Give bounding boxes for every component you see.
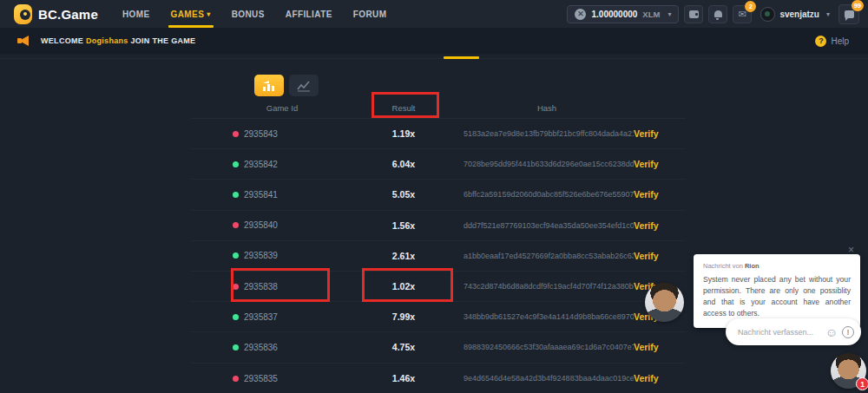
hash-value: 8988392450666c53f30afaaaea69c1d6a7c0407e… bbox=[460, 343, 634, 351]
game-id[interactable]: 2935843 bbox=[244, 129, 278, 139]
verify-link[interactable]: Verify bbox=[634, 373, 686, 383]
chat-bubble-icon bbox=[845, 10, 854, 18]
coin-icon: ✕ bbox=[575, 9, 586, 20]
announcement-text: WELCOME Dogishans JOIN THE GAME bbox=[41, 36, 195, 45]
result-value: 5.05x bbox=[347, 189, 460, 200]
chat-message-text: System never placed any bet without your… bbox=[703, 274, 851, 319]
toggle-results-view[interactable] bbox=[254, 75, 284, 96]
chat-launcher-avatar[interactable]: 1 bbox=[831, 353, 866, 389]
chat-input[interactable]: Nachricht verfassen... ☺ ! bbox=[726, 318, 861, 345]
game-id[interactable]: 2935836 bbox=[244, 343, 278, 352]
help-icon: ? bbox=[815, 36, 826, 47]
logo-text: BC.Game bbox=[38, 7, 98, 22]
nav-bonus[interactable]: BONUS bbox=[232, 0, 265, 28]
result-value: 7.99x bbox=[347, 311, 460, 322]
verify-link[interactable]: Verify bbox=[634, 189, 686, 200]
game-id[interactable]: 2935842 bbox=[244, 160, 278, 169]
status-dot bbox=[233, 222, 239, 228]
user-avatar bbox=[760, 7, 775, 22]
result-value: 1.19x bbox=[347, 128, 460, 139]
game-id[interactable]: 2935840 bbox=[244, 220, 278, 230]
status-dot bbox=[233, 252, 239, 259]
status-dot bbox=[233, 192, 239, 198]
verify-link[interactable]: Verify bbox=[634, 159, 686, 169]
table-row: 2935836 4.75x 8988392450666c53f30afaaaea… bbox=[191, 332, 686, 363]
status-dot bbox=[233, 376, 239, 382]
messages-button[interactable]: ✉ 2 bbox=[733, 5, 752, 23]
table-row: 2935841 5.05x 6bffc2a59159d2060d0abc85f5… bbox=[191, 180, 686, 210]
nav-home[interactable]: HOME bbox=[122, 0, 150, 28]
column-header-game-id: Game Id bbox=[191, 103, 347, 113]
bcgame-logo-icon bbox=[14, 4, 32, 24]
result-value: 2.61x bbox=[347, 251, 460, 261]
hash-value: a1bb0eaaf17ed4527669f2a0bba8cc53abab26c6… bbox=[460, 252, 634, 260]
site-chat-button[interactable]: 99 bbox=[838, 4, 859, 24]
balance-currency: XLM bbox=[642, 10, 660, 19]
hash-value: 743c2d874b6d8a8dcdf9fc19acf4d70f74f12a38… bbox=[460, 282, 634, 291]
verify-link[interactable]: Verify bbox=[634, 220, 686, 231]
help-button[interactable]: ? Help bbox=[815, 36, 849, 47]
username: svenjatzu bbox=[779, 10, 819, 19]
wallet-button[interactable] bbox=[684, 5, 703, 23]
chat-message-popup: Nachricht von Rion System never placed a… bbox=[694, 254, 860, 328]
top-navbar: BC.Game HOME GAMES▾ BONUS AFFILIATE FORU… bbox=[0, 0, 868, 28]
notifications-button[interactable] bbox=[708, 5, 727, 23]
announcement-bar: WELCOME Dogishans JOIN THE GAME ? Help bbox=[0, 28, 868, 54]
game-id[interactable]: 2935835 bbox=[244, 374, 278, 383]
verify-link[interactable]: Verify bbox=[634, 128, 686, 139]
messages-badge: 2 bbox=[745, 1, 756, 12]
nav-affiliate[interactable]: AFFILIATE bbox=[286, 0, 332, 28]
user-menu[interactable]: svenjatzu ▾ bbox=[760, 7, 830, 22]
hash-value: 5183a2ea7e9d8e13fb79bbf21bc9ffc804dada4a… bbox=[460, 129, 634, 138]
nav-games[interactable]: GAMES▾ bbox=[171, 0, 211, 28]
announcement-nickname[interactable]: Dogishans bbox=[86, 36, 128, 45]
chat-input-placeholder: Nachricht verfassen... bbox=[738, 328, 825, 337]
status-dot bbox=[233, 314, 239, 320]
table-row: 2935838 1.02x 743c2d874b6d8a8dcdf9fc19ac… bbox=[191, 272, 686, 302]
verify-link[interactable]: Verify bbox=[634, 251, 686, 261]
status-dot bbox=[233, 344, 239, 350]
chevron-down-icon: ▾ bbox=[826, 10, 830, 18]
hash-value: ddd7f521e87769103ecf94ea35da50ee354efd1c… bbox=[460, 221, 634, 230]
column-header-hash: Hash bbox=[460, 103, 634, 113]
column-header-result: Result bbox=[347, 103, 460, 113]
nav-forum[interactable]: FORUM bbox=[353, 0, 387, 28]
envelope-icon: ✉ bbox=[739, 10, 746, 19]
main-nav: HOME GAMES▾ BONUS AFFILIATE FORUM bbox=[122, 0, 386, 28]
result-value: 1.56x bbox=[347, 220, 460, 231]
game-id[interactable]: 2935839 bbox=[244, 251, 278, 260]
table-header: Game Id Result Hash bbox=[191, 97, 686, 119]
game-id[interactable]: 2935838 bbox=[244, 282, 278, 291]
toggle-trend-view[interactable] bbox=[289, 75, 319, 96]
emoji-icon[interactable]: ☺ bbox=[825, 325, 838, 339]
game-id[interactable]: 2935837 bbox=[244, 312, 278, 322]
table-row: 2935843 1.19x 5183a2ea7e9d8e13fb79bbf21b… bbox=[191, 119, 686, 149]
table-row: 2935839 2.61x a1bb0eaaf17ed4527669f2a0bb… bbox=[191, 241, 686, 272]
chat-operator-avatar bbox=[645, 283, 684, 322]
chevron-down-icon: ▾ bbox=[667, 10, 671, 18]
chat-message-sender: Nachricht von Rion bbox=[703, 262, 851, 270]
chat-unread-badge: 1 bbox=[856, 377, 868, 390]
status-dot bbox=[233, 284, 239, 290]
result-value: 1.02x bbox=[347, 281, 460, 291]
info-icon[interactable]: ! bbox=[842, 326, 854, 338]
table-row: 2935835 1.46x 9e4d6546d4e58a42d3b4f92488… bbox=[191, 364, 686, 393]
balance-selector[interactable]: ✕ 1.00000000 XLM ▾ bbox=[567, 5, 679, 23]
verify-link[interactable]: Verify bbox=[634, 342, 686, 352]
chevron-down-icon: ▾ bbox=[207, 10, 210, 18]
balance-amount: 1.00000000 bbox=[591, 10, 637, 19]
trend-chart-icon bbox=[297, 80, 311, 92]
bell-icon bbox=[714, 10, 722, 17]
bar-chart-icon bbox=[262, 80, 276, 92]
game-id[interactable]: 2935841 bbox=[244, 190, 278, 200]
result-value: 1.46x bbox=[347, 373, 460, 383]
chat-close-icon[interactable]: × bbox=[848, 244, 854, 256]
bcgame-logo[interactable]: BC.Game bbox=[14, 4, 98, 24]
wallet-icon bbox=[689, 10, 699, 18]
hash-value: 7028be95dd95f441b633d6d296e0ae15cc6238dd… bbox=[460, 160, 634, 168]
game-history-panel: Game Id Result Hash 2935843 1.19x 5183a2… bbox=[191, 58, 686, 393]
hash-value: 348bb9db61527e4c9f3e4a1414d9b8ba66ce8970… bbox=[460, 312, 634, 321]
result-value: 4.75x bbox=[347, 342, 460, 352]
chat-badge: 99 bbox=[852, 0, 864, 11]
table-row: 2935840 1.56x ddd7f521e87769103ecf94ea35… bbox=[191, 211, 686, 241]
